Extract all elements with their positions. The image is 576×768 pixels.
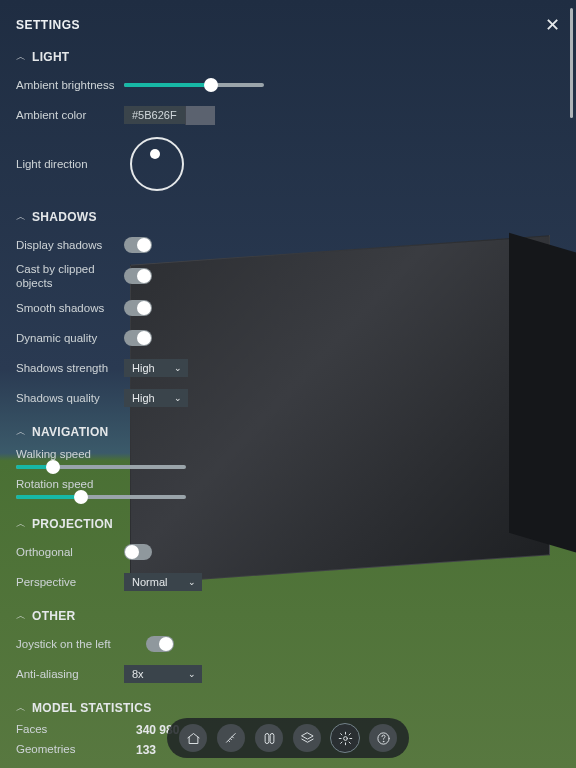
- section-navigation-header[interactable]: ︿ NAVIGATION: [16, 425, 560, 439]
- section-other-title: OTHER: [32, 609, 76, 623]
- section-light-title: LIGHT: [32, 50, 70, 64]
- layers-button[interactable]: [293, 724, 321, 752]
- perspective-select[interactable]: Normal ⌄: [124, 573, 202, 591]
- panel-title: SETTINGS: [16, 18, 80, 32]
- cast-clipped-toggle[interactable]: [124, 268, 152, 284]
- shadows-quality-label: Shadows quality: [16, 391, 124, 405]
- anti-aliasing-label: Anti-aliasing: [16, 667, 124, 681]
- section-projection-title: PROJECTION: [32, 517, 113, 531]
- ambient-color-field[interactable]: #5B626F: [124, 106, 215, 125]
- rotation-speed-slider[interactable]: [16, 495, 186, 499]
- ambient-color-label: Ambient color: [16, 108, 124, 122]
- measure-button[interactable]: [217, 724, 245, 752]
- layers-icon: [300, 731, 315, 746]
- smooth-shadows-toggle[interactable]: [124, 300, 152, 316]
- dynamic-quality-label: Dynamic quality: [16, 331, 124, 345]
- display-shadows-label: Display shadows: [16, 238, 124, 252]
- perspective-label: Perspective: [16, 575, 124, 589]
- light-direction-dial[interactable]: [130, 137, 184, 191]
- section-projection-header[interactable]: ︿ PROJECTION: [16, 517, 560, 531]
- measure-icon: [224, 731, 239, 746]
- chevron-down-icon: ⌄: [174, 393, 182, 403]
- geometries-value: 133: [136, 743, 156, 757]
- section-light-header[interactable]: ︿ LIGHT: [16, 50, 560, 64]
- section-stats-header[interactable]: ︿ MODEL STATISTICS: [16, 701, 560, 715]
- home-icon: [186, 731, 201, 746]
- section-icon: [262, 731, 277, 746]
- bottom-toolbar: [167, 718, 409, 758]
- section-navigation-title: NAVIGATION: [32, 425, 109, 439]
- ambient-color-swatch[interactable]: [185, 106, 215, 125]
- smooth-shadows-label: Smooth shadows: [16, 301, 124, 315]
- svg-rect-0: [265, 733, 269, 743]
- settings-panel: SETTINGS ✕ ︿ LIGHT Ambient brightness Am…: [0, 0, 576, 768]
- shadows-strength-select[interactable]: High ⌄: [124, 359, 188, 377]
- display-shadows-toggle[interactable]: [124, 237, 152, 253]
- anti-aliasing-value: 8x: [132, 668, 144, 680]
- joystick-left-label: Joystick on the left: [16, 637, 146, 651]
- section-stats-title: MODEL STATISTICS: [32, 701, 151, 715]
- chevron-up-icon: ︿: [16, 210, 26, 224]
- orthogonal-label: Orthogonal: [16, 545, 124, 559]
- chevron-up-icon: ︿: [16, 425, 26, 439]
- section-button[interactable]: [255, 724, 283, 752]
- cast-clipped-label: Cast by clipped objects: [16, 262, 124, 291]
- walking-speed-slider[interactable]: [16, 465, 186, 469]
- svg-point-2: [343, 736, 347, 740]
- gear-icon: [338, 731, 353, 746]
- faces-label: Faces: [16, 723, 136, 737]
- section-other-header[interactable]: ︿ OTHER: [16, 609, 560, 623]
- shadows-strength-value: High: [132, 362, 155, 374]
- perspective-value: Normal: [132, 576, 167, 588]
- light-direction-label: Light direction: [16, 157, 124, 171]
- svg-point-4: [383, 741, 384, 742]
- dynamic-quality-toggle[interactable]: [124, 330, 152, 346]
- chevron-up-icon: ︿: [16, 609, 26, 623]
- ambient-brightness-label: Ambient brightness: [16, 78, 124, 92]
- shadows-strength-label: Shadows strength: [16, 361, 124, 375]
- shadows-quality-value: High: [132, 392, 155, 404]
- chevron-up-icon: ︿: [16, 50, 26, 64]
- rotation-speed-label: Rotation speed: [16, 477, 93, 491]
- chevron-up-icon: ︿: [16, 701, 26, 715]
- section-shadows-title: SHADOWS: [32, 210, 97, 224]
- shadows-quality-select[interactable]: High ⌄: [124, 389, 188, 407]
- viewport: SETTINGS ✕ ︿ LIGHT Ambient brightness Am…: [0, 0, 576, 768]
- close-icon[interactable]: ✕: [545, 14, 560, 36]
- ambient-brightness-slider[interactable]: [124, 83, 264, 87]
- walking-speed-label: Walking speed: [16, 447, 91, 461]
- chevron-down-icon: ⌄: [188, 669, 196, 679]
- chevron-up-icon: ︿: [16, 517, 26, 531]
- help-button[interactable]: [369, 724, 397, 752]
- orthogonal-toggle[interactable]: [124, 544, 152, 560]
- home-button[interactable]: [179, 724, 207, 752]
- section-shadows-header[interactable]: ︿ SHADOWS: [16, 210, 560, 224]
- help-icon: [376, 731, 391, 746]
- ambient-color-hex[interactable]: #5B626F: [124, 106, 185, 124]
- settings-button[interactable]: [331, 724, 359, 752]
- joystick-left-toggle[interactable]: [146, 636, 174, 652]
- geometries-label: Geometries: [16, 743, 136, 757]
- chevron-down-icon: ⌄: [188, 577, 196, 587]
- anti-aliasing-select[interactable]: 8x ⌄: [124, 665, 202, 683]
- chevron-down-icon: ⌄: [174, 363, 182, 373]
- svg-rect-1: [270, 733, 274, 743]
